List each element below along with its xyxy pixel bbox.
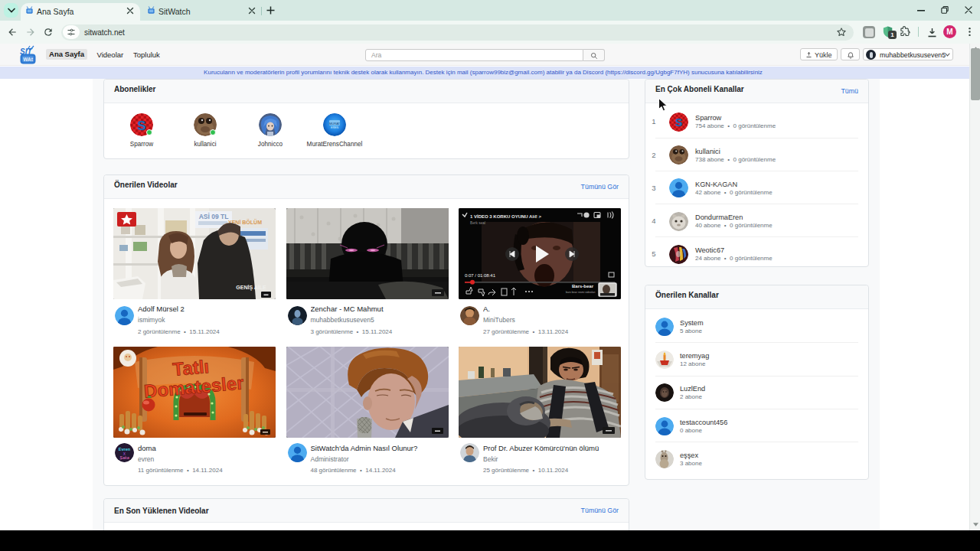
svg-text:S: S: [675, 116, 682, 128]
svg-text:WAt: WAt: [23, 57, 33, 62]
svg-text:S: S: [137, 119, 145, 133]
svg-text:Şaka: Şaka: [119, 455, 129, 460]
svg-text:0:07 / 01:08:41: 0:07 / 01:08:41: [465, 273, 496, 278]
svg-text:GENİŞ AİLE: GENİŞ AİLE: [236, 285, 266, 291]
svg-text:bars bear resmi videoları: bars bear resmi videoları: [566, 291, 596, 294]
svg-text:MURAT: MURAT: [329, 122, 340, 126]
svg-text:Bars-bear: Bars-bear: [572, 284, 594, 289]
svg-text:EREN: EREN: [331, 126, 338, 129]
svg-text:1 VİDEO 3 KORKU OYUNU AH! >: 1 VİDEO 3 KORKU OYUNU AH! >: [470, 214, 541, 219]
svg-text:Berk seal: Berk seal: [470, 221, 485, 225]
svg-text:ASİ 09 TL: ASİ 09 TL: [199, 213, 229, 220]
